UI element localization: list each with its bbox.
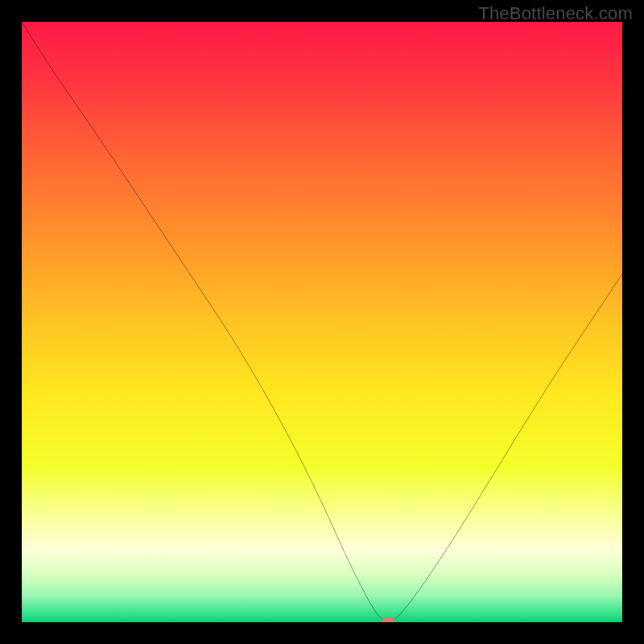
bottleneck-curve — [22, 22, 622, 622]
minimum-marker — [381, 617, 395, 623]
watermark-text: TheBottleneck.com — [478, 3, 633, 24]
plot-area — [22, 22, 622, 622]
chart-frame: TheBottleneck.com — [0, 0, 644, 644]
